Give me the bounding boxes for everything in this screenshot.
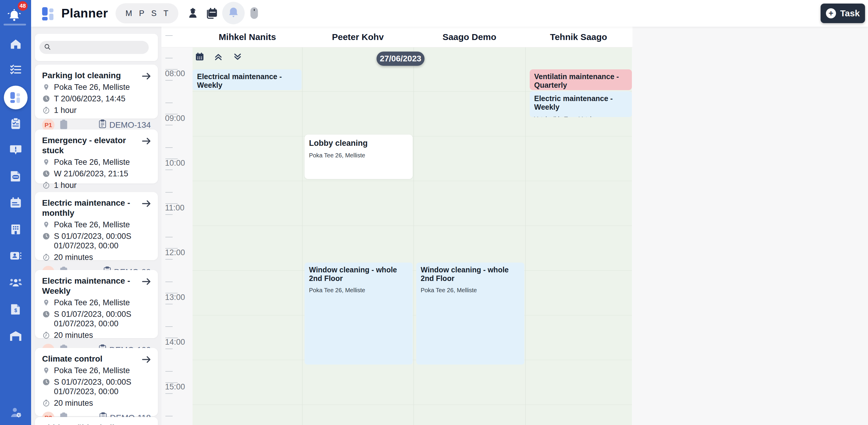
sidebar-item-home[interactable] xyxy=(0,32,31,57)
task-datetime: S 01/07/2023, 00:00S 01/07/2023, 00:00 xyxy=(54,377,143,397)
hour-gridline xyxy=(192,404,632,405)
time-tick xyxy=(165,338,178,338)
event-title: Electrical maintenance - Weekly xyxy=(197,72,297,90)
view-switch-m[interactable]: M xyxy=(126,9,132,18)
calendar-picker-button[interactable] xyxy=(195,52,205,63)
calendar-icon xyxy=(9,196,22,210)
sidebar-item-documents[interactable] xyxy=(0,164,31,189)
task-location: Poka Tee 26, Melliste xyxy=(54,366,130,375)
open-task-arrow-icon[interactable] xyxy=(141,72,151,82)
sidebar-scroll-indicator xyxy=(4,24,26,26)
sidebar-item-contacts[interactable] xyxy=(0,244,31,269)
location-pin-icon xyxy=(42,83,50,91)
time-tick xyxy=(165,393,173,394)
sidebar-item-workorders[interactable] xyxy=(0,112,31,136)
search-box[interactable] xyxy=(39,41,149,54)
open-task-arrow-icon[interactable] xyxy=(141,199,151,209)
sidebar-item-calendar[interactable] xyxy=(0,191,31,216)
time-tick xyxy=(165,371,173,372)
calendar-clip-icon xyxy=(205,6,218,21)
task-card[interactable]: Emergency - elevator stuck Poka Tee 26, … xyxy=(35,129,158,183)
duration-icon xyxy=(42,331,50,339)
plus-icon: + xyxy=(826,8,836,19)
task-datetime: S 01/07/2023, 00:00S 01/07/2023, 00:00 xyxy=(54,232,143,251)
calendar-clip-button[interactable] xyxy=(203,0,220,27)
task-duration: 20 minutes xyxy=(54,399,93,408)
task-card[interactable]: Ehitise põhitarindite TU xyxy=(35,417,158,425)
column-header-mihkel-nanits: Mihkel Nanits xyxy=(192,27,302,48)
view-switch-p[interactable]: P xyxy=(139,9,144,18)
task-datetime: Poka Tee 26, Melliste xyxy=(54,220,130,230)
sidebar-item-invoices[interactable]: $ xyxy=(0,297,31,322)
scroll-up-button[interactable] xyxy=(214,52,223,63)
calendar-event[interactable]: Window cleaning - whole 2nd Floor Poka T… xyxy=(305,263,413,365)
time-tick xyxy=(165,281,173,282)
open-task-arrow-icon[interactable] xyxy=(141,277,151,287)
time-tick xyxy=(165,147,173,148)
sidebar-item-tasks[interactable] xyxy=(0,58,31,83)
time-tick xyxy=(165,158,178,159)
task-card[interactable]: Electric maintenance - Weekly Poka Tee 2… xyxy=(35,270,158,338)
task-duration: 20 minutes xyxy=(54,253,93,262)
task-list-icon xyxy=(9,63,22,78)
task-location: Poka Tee 26, Melliste xyxy=(54,298,130,308)
time-label: 13:00 xyxy=(165,293,190,302)
calendar-event[interactable]: Electrical maintenance - Weekly Vatslani… xyxy=(192,69,302,90)
building-icon xyxy=(9,223,22,237)
task-datetime: W 21/06/2023, 21:15 xyxy=(54,169,128,179)
home-icon xyxy=(9,37,22,52)
scroll-down-button[interactable] xyxy=(233,52,242,63)
sidebar-item-alerts[interactable] xyxy=(0,138,31,163)
sidebar-item-planner-active[interactable] xyxy=(0,85,31,110)
mouse-icon xyxy=(250,7,259,20)
event-title: Electric maintenance - Weekly xyxy=(534,94,627,112)
duration-icon xyxy=(42,399,50,407)
time-tick xyxy=(165,382,178,383)
column-header-peeter-kohv: Peeter Kohv xyxy=(302,27,413,48)
notification-badge: 48 xyxy=(18,1,28,11)
event-location: Poka Tee 26, Melliste xyxy=(309,152,408,159)
time-label: 09:00 xyxy=(165,114,190,123)
clock-icon xyxy=(42,310,50,318)
task-duration: 1 hour xyxy=(54,181,77,190)
calendar-event[interactable]: Lobby cleaning Poka Tee 26, Melliste xyxy=(305,134,413,179)
calendar-event[interactable]: Window cleaning - whole 2nd Floor Poka T… xyxy=(416,263,524,365)
calendar-event[interactable]: Electric maintenance - Weekly Vatslaniid… xyxy=(530,91,632,117)
event-title: Window cleaning - whole 2nd Floor xyxy=(309,266,408,283)
duration-icon xyxy=(42,107,50,114)
sidebar-item-user-settings[interactable] xyxy=(0,401,31,425)
task-card[interactable]: Electric maintenance - monthly Poka Tee … xyxy=(35,192,158,260)
time-label: 11:00 xyxy=(165,203,190,212)
user-settings-icon xyxy=(8,405,23,421)
document-icon xyxy=(9,170,22,184)
time-tick xyxy=(165,58,173,58)
time-label: 14:00 xyxy=(165,338,190,347)
location-pin-icon xyxy=(42,158,50,166)
view-switch-s[interactable]: S xyxy=(151,9,157,18)
sidebar-item-team[interactable] xyxy=(0,271,31,296)
mouse-button[interactable] xyxy=(247,0,261,27)
time-tick xyxy=(165,304,173,304)
worker-button[interactable] xyxy=(185,0,201,27)
topbar: Planner M P S T xyxy=(31,0,868,27)
task-card[interactable]: Climate control Poka Tee 26, Melliste S … xyxy=(35,348,158,416)
open-task-arrow-icon[interactable] xyxy=(141,136,151,146)
add-task-label: Task xyxy=(840,8,860,19)
time-label: 10:00 xyxy=(165,158,190,168)
task-title: Electric maintenance - monthly xyxy=(42,198,151,218)
open-task-arrow-icon[interactable] xyxy=(141,355,151,365)
time-tick xyxy=(165,248,178,249)
add-task-button[interactable]: + Task xyxy=(820,4,865,23)
calendar-event[interactable]: Ventilatin maintenance - Quarterly Vatsl… xyxy=(530,69,632,90)
notifications-button[interactable] xyxy=(222,2,245,24)
time-tick xyxy=(165,35,173,36)
task-location: Poka Tee 26, Melliste xyxy=(54,158,130,167)
sidebar-notifications[interactable]: 48 xyxy=(0,0,31,27)
sidebar-item-buildings[interactable] xyxy=(0,217,31,242)
search-input[interactable] xyxy=(54,43,146,52)
task-card[interactable]: Parking lot cleaning Poka Tee 26, Mellis… xyxy=(35,65,158,119)
view-switch-t[interactable]: T xyxy=(163,9,168,18)
time-tick xyxy=(165,102,173,103)
sidebar-item-warehouse[interactable] xyxy=(0,324,31,349)
column-divider xyxy=(525,48,526,425)
